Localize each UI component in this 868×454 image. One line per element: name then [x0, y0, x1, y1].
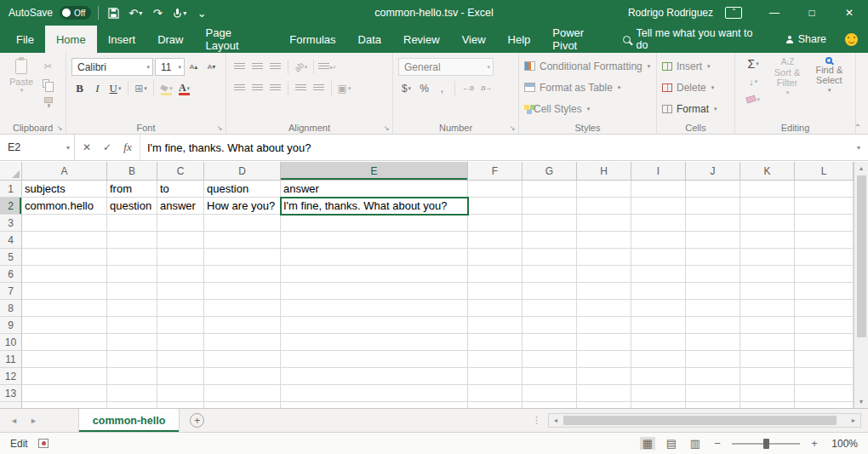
- cell-L13[interactable]: [795, 385, 854, 402]
- cell-K11[interactable]: [740, 351, 795, 368]
- tab-power-pivot[interactable]: Power Pivot: [541, 26, 622, 53]
- redo-icon[interactable]: ↷: [150, 3, 165, 22]
- normal-view-icon[interactable]: ▦: [640, 437, 655, 450]
- tab-file[interactable]: File: [5, 26, 45, 53]
- increase-indent-icon[interactable]: [311, 80, 327, 96]
- cell-F7[interactable]: [468, 283, 523, 300]
- scroll-up-icon[interactable]: ▲: [854, 162, 868, 175]
- enter-icon[interactable]: ✓: [97, 135, 117, 160]
- cell-I4[interactable]: [631, 232, 686, 249]
- cell-L10[interactable]: [795, 334, 854, 351]
- cell-K14[interactable]: [740, 402, 795, 408]
- cell-B2[interactable]: question: [107, 198, 157, 215]
- user-name[interactable]: Rodrigo Rodriguez: [628, 7, 713, 19]
- bold-button[interactable]: B: [71, 80, 88, 96]
- cell-H13[interactable]: [577, 385, 631, 402]
- column-header-E[interactable]: E: [281, 162, 468, 181]
- fill-icon[interactable]: ↓▾: [740, 73, 766, 89]
- save-icon[interactable]: [106, 3, 121, 22]
- cell-D13[interactable]: [204, 385, 281, 402]
- sheet-tab-common-hello[interactable]: common-hello: [78, 409, 180, 432]
- cell-E7[interactable]: [281, 283, 468, 300]
- column-header-A[interactable]: A: [22, 162, 107, 181]
- zoom-out-button[interactable]: −: [711, 437, 723, 450]
- cell-H8[interactable]: [577, 300, 631, 317]
- cell-I5[interactable]: [631, 249, 686, 266]
- tell-me-box[interactable]: Tell me what you want to do: [623, 27, 768, 51]
- decrease-indent-icon[interactable]: [293, 80, 309, 96]
- cell-B4[interactable]: [107, 232, 157, 249]
- cell-A7[interactable]: [22, 283, 107, 300]
- close-button[interactable]: ✕: [831, 0, 868, 26]
- increase-font-size-icon[interactable]: A▴: [186, 59, 203, 75]
- cell-C12[interactable]: [157, 368, 204, 385]
- cell-K13[interactable]: [740, 385, 795, 402]
- column-header-L[interactable]: L: [795, 162, 854, 181]
- cell-J13[interactable]: [686, 385, 740, 402]
- cell-I2[interactable]: [631, 198, 686, 215]
- conditional-formatting-button[interactable]: Conditional Formatting ▾: [524, 55, 651, 77]
- copy-icon[interactable]: ▾: [40, 75, 56, 91]
- cell-B1[interactable]: from: [107, 181, 157, 198]
- cell-K4[interactable]: [740, 232, 795, 249]
- cell-H5[interactable]: [577, 249, 631, 266]
- cell-K6[interactable]: [740, 266, 795, 283]
- cell-J1[interactable]: [686, 181, 740, 198]
- cell-I14[interactable]: [631, 402, 686, 408]
- row-header-10[interactable]: 10: [0, 334, 22, 351]
- maximize-button[interactable]: □: [793, 0, 831, 26]
- cell-E13[interactable]: [281, 385, 468, 402]
- cell-H9[interactable]: [577, 317, 631, 334]
- row-header-4[interactable]: 4: [0, 232, 22, 249]
- cell-F12[interactable]: [468, 368, 523, 385]
- cell-H10[interactable]: [577, 334, 631, 351]
- cell-H7[interactable]: [577, 283, 631, 300]
- align-right-icon[interactable]: [267, 80, 283, 96]
- cell-A14[interactable]: [22, 402, 107, 408]
- ribbon-display-options-icon[interactable]: [725, 7, 742, 19]
- cell-G11[interactable]: [523, 351, 577, 368]
- sheetbar-splitter[interactable]: ⋮: [532, 415, 541, 426]
- column-header-J[interactable]: J: [686, 162, 740, 181]
- cell-E2[interactable]: I'm fine, thanks. What about you?: [281, 198, 468, 215]
- cell-H2[interactable]: [577, 198, 631, 215]
- column-header-I[interactable]: I: [631, 162, 686, 181]
- cell-I6[interactable]: [631, 266, 686, 283]
- borders-icon[interactable]: ⊞▾: [133, 80, 149, 96]
- cell-J11[interactable]: [686, 351, 740, 368]
- cell-I12[interactable]: [631, 368, 686, 385]
- horizontal-scroll-thumb[interactable]: [563, 416, 837, 425]
- page-layout-view-icon[interactable]: ▤: [664, 437, 679, 450]
- column-header-B[interactable]: B: [107, 162, 157, 181]
- scroll-left-icon[interactable]: ◄: [549, 417, 562, 423]
- cell-C5[interactable]: [157, 249, 204, 266]
- cell-F14[interactable]: [468, 402, 523, 408]
- decrease-font-size-icon[interactable]: A▾: [204, 59, 220, 75]
- cell-I13[interactable]: [631, 385, 686, 402]
- horizontal-scrollbar[interactable]: ◄ ►: [548, 413, 861, 428]
- cell-G7[interactable]: [523, 283, 577, 300]
- cell-K1[interactable]: [740, 181, 795, 198]
- decrease-decimal-icon[interactable]: .0→: [477, 80, 494, 96]
- cell-A4[interactable]: [22, 232, 107, 249]
- tab-formulas[interactable]: Formulas: [278, 26, 346, 53]
- tab-home[interactable]: Home: [45, 26, 97, 53]
- column-header-H[interactable]: H: [577, 162, 631, 181]
- fill-color-icon[interactable]: ▾: [158, 80, 174, 96]
- clipboard-dialog-launcher[interactable]: [55, 124, 64, 132]
- cell-K10[interactable]: [740, 334, 795, 351]
- customize-quick-access-icon[interactable]: ⌄: [194, 3, 209, 22]
- increase-decimal-icon[interactable]: ←.0: [460, 80, 476, 96]
- cell-B9[interactable]: [107, 317, 157, 334]
- cell-L8[interactable]: [795, 300, 854, 317]
- cell-E6[interactable]: [281, 266, 468, 283]
- tab-page-layout[interactable]: Page Layout: [195, 26, 279, 53]
- cell-C9[interactable]: [157, 317, 204, 334]
- row-header-11[interactable]: 11: [0, 351, 22, 368]
- row-header-12[interactable]: 12: [0, 368, 22, 385]
- cell-G10[interactable]: [523, 334, 577, 351]
- cell-J7[interactable]: [686, 283, 740, 300]
- row-header-7[interactable]: 7: [0, 283, 22, 300]
- delete-cells-button[interactable]: Delete ▾: [662, 77, 729, 98]
- cell-A12[interactable]: [22, 368, 107, 385]
